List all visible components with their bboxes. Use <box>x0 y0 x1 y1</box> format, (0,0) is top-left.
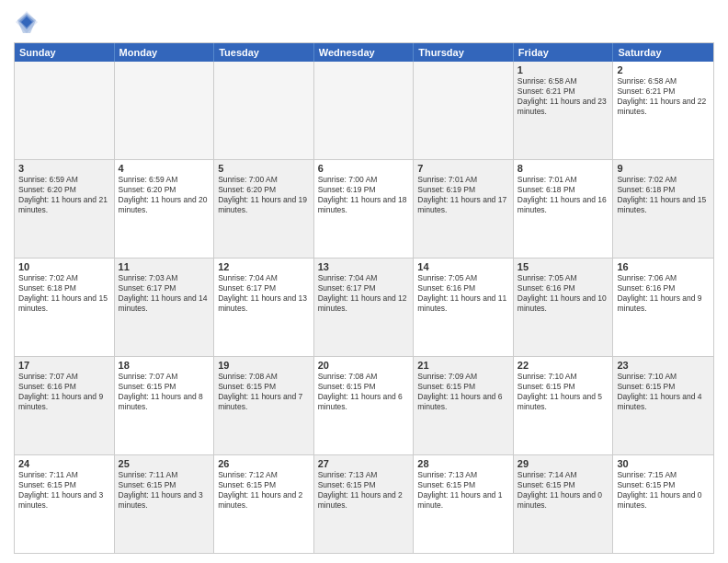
cal-cell-5: 5Sunrise: 7:00 AM Sunset: 6:20 PM Daylig… <box>214 160 314 258</box>
cal-cell-2: 2Sunrise: 6:58 AM Sunset: 6:21 PM Daylig… <box>613 62 713 159</box>
day-info: Sunrise: 7:00 AM Sunset: 6:19 PM Dayligh… <box>318 175 410 215</box>
day-info: Sunrise: 7:03 AM Sunset: 6:17 PM Dayligh… <box>119 273 210 314</box>
header-day-tuesday: Tuesday <box>214 43 314 62</box>
day-info: Sunrise: 7:13 AM Sunset: 6:15 PM Dayligh… <box>417 470 509 511</box>
page: SundayMondayTuesdayWednesdayThursdayFrid… <box>0 0 728 563</box>
day-number: 1 <box>518 64 609 75</box>
cal-cell-29: 29Sunrise: 7:14 AM Sunset: 6:15 PM Dayli… <box>514 455 614 553</box>
cal-cell-17: 17Sunrise: 7:07 AM Sunset: 6:16 PM Dayli… <box>15 357 115 454</box>
day-number: 22 <box>518 360 609 371</box>
day-info: Sunrise: 7:10 AM Sunset: 6:15 PM Dayligh… <box>617 372 710 412</box>
header-day-thursday: Thursday <box>414 43 514 62</box>
cal-cell-1: 1Sunrise: 6:58 AM Sunset: 6:21 PM Daylig… <box>514 62 614 159</box>
header-day-friday: Friday <box>514 43 614 62</box>
day-number: 28 <box>417 458 509 469</box>
cal-cell-20: 20Sunrise: 7:08 AM Sunset: 6:15 PM Dayli… <box>314 357 415 454</box>
day-number: 25 <box>119 458 210 469</box>
day-info: Sunrise: 7:04 AM Sunset: 6:17 PM Dayligh… <box>218 273 310 314</box>
cal-cell-22: 22Sunrise: 7:10 AM Sunset: 6:15 PM Dayli… <box>514 357 614 454</box>
header-day-saturday: Saturday <box>613 43 713 62</box>
day-info: Sunrise: 7:11 AM Sunset: 6:15 PM Dayligh… <box>18 470 110 511</box>
day-number: 9 <box>617 163 710 174</box>
day-number: 20 <box>318 360 410 371</box>
cal-cell-empty-0-1 <box>115 62 215 159</box>
day-info: Sunrise: 7:09 AM Sunset: 6:15 PM Dayligh… <box>417 372 509 412</box>
cal-cell-14: 14Sunrise: 7:05 AM Sunset: 6:16 PM Dayli… <box>414 259 514 356</box>
day-number: 15 <box>518 261 609 272</box>
cal-cell-7: 7Sunrise: 7:01 AM Sunset: 6:19 PM Daylig… <box>414 160 514 258</box>
day-info: Sunrise: 7:08 AM Sunset: 6:15 PM Dayligh… <box>218 372 310 412</box>
cal-cell-21: 21Sunrise: 7:09 AM Sunset: 6:15 PM Dayli… <box>414 357 514 454</box>
day-info: Sunrise: 6:58 AM Sunset: 6:21 PM Dayligh… <box>617 76 710 117</box>
calendar-header: SundayMondayTuesdayWednesdayThursdayFrid… <box>15 43 713 62</box>
cal-cell-empty-0-4 <box>414 62 514 159</box>
day-info: Sunrise: 7:01 AM Sunset: 6:18 PM Dayligh… <box>518 175 609 215</box>
day-number: 14 <box>417 261 509 272</box>
day-number: 12 <box>218 261 310 272</box>
day-info: Sunrise: 7:08 AM Sunset: 6:15 PM Dayligh… <box>318 372 410 412</box>
day-info: Sunrise: 7:14 AM Sunset: 6:15 PM Dayligh… <box>518 470 609 511</box>
day-info: Sunrise: 6:59 AM Sunset: 6:20 PM Dayligh… <box>18 175 110 215</box>
day-number: 8 <box>518 163 609 174</box>
cal-cell-18: 18Sunrise: 7:07 AM Sunset: 6:15 PM Dayli… <box>115 357 215 454</box>
cal-cell-26: 26Sunrise: 7:12 AM Sunset: 6:15 PM Dayli… <box>214 455 314 553</box>
day-info: Sunrise: 7:10 AM Sunset: 6:15 PM Dayligh… <box>518 372 609 412</box>
day-info: Sunrise: 7:12 AM Sunset: 6:15 PM Dayligh… <box>218 470 310 511</box>
day-info: Sunrise: 7:13 AM Sunset: 6:15 PM Dayligh… <box>318 470 410 511</box>
calendar: SundayMondayTuesdayWednesdayThursdayFrid… <box>14 42 714 554</box>
day-number: 29 <box>518 458 609 469</box>
day-info: Sunrise: 7:02 AM Sunset: 6:18 PM Dayligh… <box>18 273 110 314</box>
cal-cell-empty-0-2 <box>214 62 314 159</box>
logo <box>14 9 43 35</box>
day-info: Sunrise: 7:15 AM Sunset: 6:15 PM Dayligh… <box>617 470 710 511</box>
cal-cell-19: 19Sunrise: 7:08 AM Sunset: 6:15 PM Dayli… <box>214 357 314 454</box>
cal-cell-15: 15Sunrise: 7:05 AM Sunset: 6:16 PM Dayli… <box>514 259 614 356</box>
day-number: 27 <box>318 458 410 469</box>
day-info: Sunrise: 7:11 AM Sunset: 6:15 PM Dayligh… <box>119 470 210 511</box>
day-number: 19 <box>218 360 310 371</box>
day-number: 3 <box>18 163 110 174</box>
cal-cell-10: 10Sunrise: 7:02 AM Sunset: 6:18 PM Dayli… <box>15 259 115 356</box>
cal-cell-12: 12Sunrise: 7:04 AM Sunset: 6:17 PM Dayli… <box>214 259 314 356</box>
day-number: 30 <box>617 458 710 469</box>
cal-cell-4: 4Sunrise: 6:59 AM Sunset: 6:20 PM Daylig… <box>115 160 215 258</box>
day-info: Sunrise: 7:07 AM Sunset: 6:15 PM Dayligh… <box>119 372 210 412</box>
cal-cell-25: 25Sunrise: 7:11 AM Sunset: 6:15 PM Dayli… <box>115 455 215 553</box>
header-day-monday: Monday <box>115 43 215 62</box>
day-number: 17 <box>18 360 110 371</box>
calendar-row-4: 24Sunrise: 7:11 AM Sunset: 6:15 PM Dayli… <box>15 454 713 553</box>
day-number: 4 <box>119 163 210 174</box>
day-number: 6 <box>318 163 410 174</box>
cal-cell-13: 13Sunrise: 7:04 AM Sunset: 6:17 PM Dayli… <box>314 259 415 356</box>
day-info: Sunrise: 7:02 AM Sunset: 6:18 PM Dayligh… <box>617 175 710 215</box>
calendar-row-2: 10Sunrise: 7:02 AM Sunset: 6:18 PM Dayli… <box>15 258 713 356</box>
cal-cell-30: 30Sunrise: 7:15 AM Sunset: 6:15 PM Dayli… <box>613 455 713 553</box>
calendar-row-0: 1Sunrise: 6:58 AM Sunset: 6:21 PM Daylig… <box>15 62 713 159</box>
cal-cell-24: 24Sunrise: 7:11 AM Sunset: 6:15 PM Dayli… <box>15 455 115 553</box>
day-info: Sunrise: 7:06 AM Sunset: 6:16 PM Dayligh… <box>617 273 710 314</box>
cal-cell-9: 9Sunrise: 7:02 AM Sunset: 6:18 PM Daylig… <box>613 160 713 258</box>
header-day-wednesday: Wednesday <box>314 43 415 62</box>
day-number: 26 <box>218 458 310 469</box>
calendar-row-1: 3Sunrise: 6:59 AM Sunset: 6:20 PM Daylig… <box>15 159 713 258</box>
header <box>14 9 714 35</box>
cal-cell-16: 16Sunrise: 7:06 AM Sunset: 6:16 PM Dayli… <box>613 259 713 356</box>
day-info: Sunrise: 7:00 AM Sunset: 6:20 PM Dayligh… <box>218 175 310 215</box>
day-info: Sunrise: 6:59 AM Sunset: 6:20 PM Dayligh… <box>119 175 210 215</box>
cal-cell-3: 3Sunrise: 6:59 AM Sunset: 6:20 PM Daylig… <box>15 160 115 258</box>
day-info: Sunrise: 7:07 AM Sunset: 6:16 PM Dayligh… <box>18 372 110 412</box>
cal-cell-empty-0-0 <box>15 62 115 159</box>
cal-cell-27: 27Sunrise: 7:13 AM Sunset: 6:15 PM Dayli… <box>314 455 415 553</box>
cal-cell-8: 8Sunrise: 7:01 AM Sunset: 6:18 PM Daylig… <box>514 160 614 258</box>
day-info: Sunrise: 7:01 AM Sunset: 6:19 PM Dayligh… <box>417 175 509 215</box>
logo-icon <box>14 9 40 35</box>
day-info: Sunrise: 6:58 AM Sunset: 6:21 PM Dayligh… <box>518 76 609 117</box>
cal-cell-23: 23Sunrise: 7:10 AM Sunset: 6:15 PM Dayli… <box>613 357 713 454</box>
header-day-sunday: Sunday <box>15 43 115 62</box>
day-number: 18 <box>119 360 210 371</box>
cal-cell-28: 28Sunrise: 7:13 AM Sunset: 6:15 PM Dayli… <box>414 455 514 553</box>
day-number: 11 <box>119 261 210 272</box>
day-number: 24 <box>18 458 110 469</box>
day-number: 21 <box>417 360 509 371</box>
cal-cell-11: 11Sunrise: 7:03 AM Sunset: 6:17 PM Dayli… <box>115 259 215 356</box>
